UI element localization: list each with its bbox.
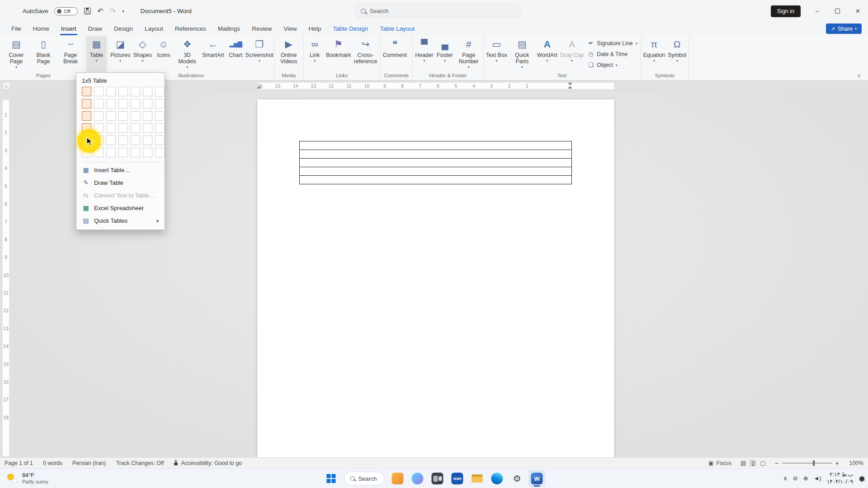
zoom-out-button[interactable]: −	[775, 460, 778, 467]
ribbon-button-quick-parts[interactable]: ▤Quick Parts▾	[509, 36, 536, 72]
zoom-in-button[interactable]: +	[835, 460, 839, 467]
table-grid-cell[interactable]	[118, 111, 128, 121]
table-grid-cell[interactable]	[106, 123, 116, 133]
table-grid-cell[interactable]	[143, 123, 152, 133]
network-icon[interactable]: ⊕	[803, 475, 808, 482]
ribbon-button-chart[interactable]: ▂▅▇Chart	[226, 36, 246, 72]
ribbon-button-table[interactable]: ▦Table▾	[86, 36, 107, 72]
ribbon-button-comment[interactable]: ❝Comment	[382, 36, 408, 72]
title-search-box[interactable]: Search	[355, 4, 520, 18]
table-grid-cell[interactable]	[131, 87, 140, 96]
table-grid-cell[interactable]	[131, 111, 140, 121]
taskbar-search[interactable]: Search	[344, 472, 384, 485]
status-track-changes-off[interactable]: Track Changes: Off	[116, 460, 164, 466]
table-grid-cell[interactable]	[143, 87, 152, 96]
table-grid-cell[interactable]	[155, 148, 165, 157]
tab-review[interactable]: Review	[246, 22, 278, 35]
ribbon-button-pictures[interactable]: ◪Pictures▾	[109, 36, 132, 72]
file-explorer-button[interactable]	[469, 470, 486, 487]
save-icon[interactable]	[84, 8, 91, 14]
focus-button[interactable]: ▣ Focus	[708, 460, 731, 466]
ribbon-button-blank-page[interactable]: ▯Blank Page	[30, 36, 57, 72]
table-grid-cell[interactable]	[106, 87, 116, 96]
maximize-button[interactable]	[827, 0, 848, 22]
ribbon-button-symbol[interactable]: ΩSymbol▾	[666, 36, 688, 72]
table-grid-cell[interactable]	[106, 99, 116, 108]
hanging-indent-marker[interactable]	[568, 86, 572, 89]
ribbon-button-link[interactable]: ∞Link▾	[305, 36, 325, 72]
table-grid-cell[interactable]	[94, 87, 104, 96]
table-grid-cell[interactable]	[82, 111, 91, 121]
status-accessibility-good-to-go[interactable]: Accessibility: Good to go	[174, 460, 242, 466]
table-grid-cell[interactable]	[131, 99, 140, 108]
volume-icon[interactable]: ◄)	[814, 475, 821, 482]
table-grid-cell[interactable]	[118, 148, 128, 157]
document-page[interactable]	[257, 99, 614, 457]
widgets-button[interactable]	[389, 470, 406, 487]
tab-help[interactable]: Help	[303, 22, 327, 35]
ribbon-button-wordart[interactable]: AWordArt▾	[536, 36, 559, 72]
table-grid-cell[interactable]	[143, 111, 152, 121]
tab-table-layout[interactable]: Table Layout	[374, 22, 420, 35]
settings-button[interactable]: ⚙	[509, 470, 526, 487]
autosave-toggle[interactable]: Off	[54, 7, 78, 15]
ribbon-button-equation[interactable]: πEquation▾	[642, 36, 667, 72]
ribbon-button-screenshot[interactable]: ❐Screenshot▾	[246, 36, 273, 72]
table-grid-cell[interactable]	[82, 87, 91, 96]
ribbon-button-cover-page[interactable]: ▤Cover Page▾	[3, 36, 30, 72]
table-grid-cell[interactable]	[143, 136, 152, 145]
web-layout-icon[interactable]: ▢	[758, 460, 767, 466]
start-button[interactable]	[322, 470, 340, 487]
zoom-percentage[interactable]: 100%	[846, 460, 863, 466]
table-grid-cell[interactable]	[106, 148, 116, 157]
first-line-indent-marker[interactable]	[568, 83, 572, 85]
menu-item-excel-spreadsheet[interactable]: ▦Excel Spreadsheet	[76, 202, 165, 214]
ribbon-button-object[interactable]: ❑Object▾	[587, 60, 637, 70]
status-0-words[interactable]: 0 words	[43, 460, 62, 466]
word-button[interactable]: W	[528, 470, 546, 487]
table-grid-cell[interactable]	[131, 148, 140, 157]
tab-design[interactable]: Design	[108, 22, 139, 35]
ribbon-button-shapes[interactable]: ◇Shapes▾	[132, 36, 153, 72]
ribbon-button-icons[interactable]: ☺Icons	[153, 36, 174, 72]
table-row[interactable]	[300, 167, 571, 176]
taskbar-clock[interactable]: ب.ظ ۲:۱۳ ۱۴۰۴/۱۰/۰۹	[827, 471, 853, 485]
menu-item-draw-table[interactable]: ✎Draw Table	[76, 176, 165, 189]
tray-expand-icon[interactable]: ∧	[783, 475, 788, 482]
tab-home[interactable]: Home	[27, 22, 55, 35]
table-grid-cell[interactable]	[131, 136, 140, 145]
table-grid-cell[interactable]	[94, 99, 104, 108]
ribbon-button-page-number[interactable]: #Page Number▾	[455, 36, 482, 72]
weather-widget[interactable]: 84°F Partly sunny	[4, 470, 51, 487]
tab-table-design[interactable]: Table Design	[327, 22, 374, 35]
ribbon-button-cross-reference[interactable]: ↪Cross-reference	[352, 36, 379, 72]
left-indent-marker[interactable]	[257, 86, 261, 89]
redo-icon[interactable]: ↷	[110, 8, 116, 15]
ribbon-button-signature-line[interactable]: ✒Signature Line▾	[587, 38, 637, 48]
read-mode-icon[interactable]: ▤	[739, 460, 748, 466]
table-grid-cell[interactable]	[118, 123, 128, 133]
table-row[interactable]	[300, 150, 571, 159]
notifications-icon[interactable]	[859, 476, 864, 481]
menu-item-insert-table[interactable]: ▦Insert Table…	[76, 164, 165, 176]
print-layout-icon[interactable]: ▯	[750, 460, 756, 466]
table-grid-cell[interactable]	[143, 148, 152, 157]
table-row[interactable]	[300, 141, 571, 150]
ribbon-button-smartart[interactable]: ←SmartArt	[201, 36, 226, 72]
menu-item-quick-tables[interactable]: ▤Quick Tables▸	[76, 214, 165, 227]
ribbon-button-text-box[interactable]: ▭Text Box▾	[485, 36, 509, 72]
table-grid-cell[interactable]	[143, 99, 152, 108]
tab-file[interactable]: File	[5, 22, 27, 35]
quick-access-chevron-icon[interactable]: ▾	[122, 9, 124, 14]
document-table-preview[interactable]	[299, 141, 572, 184]
table-grid-cell[interactable]	[155, 87, 165, 96]
tab-mailings[interactable]: Mailings	[212, 22, 246, 35]
close-button[interactable]: ✕	[848, 0, 868, 22]
collapse-ribbon-icon[interactable]: ∧	[857, 73, 861, 79]
table-grid-cell[interactable]	[118, 99, 128, 108]
table-row[interactable]	[300, 176, 571, 184]
table-grid-cell[interactable]	[118, 136, 128, 145]
table-grid-cell[interactable]	[155, 111, 165, 121]
tab-stop-selector[interactable]: ∟	[3, 82, 10, 89]
table-grid-cell[interactable]	[106, 136, 116, 145]
